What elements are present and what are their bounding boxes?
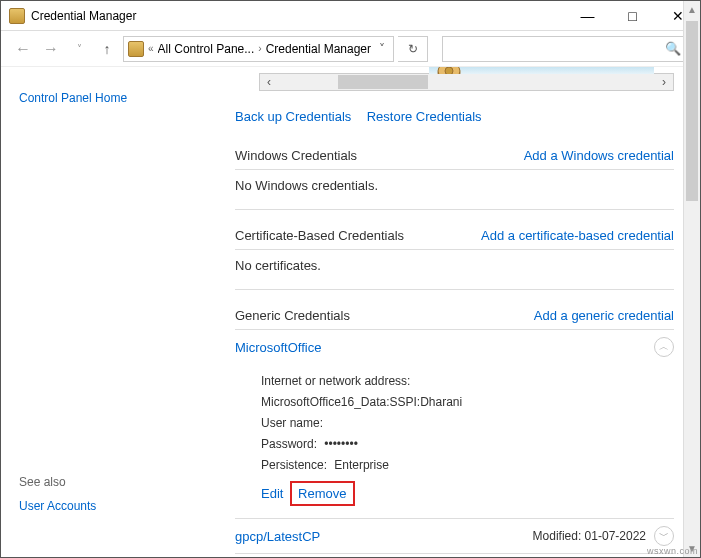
restore-credentials-link[interactable]: Restore Credentials bbox=[367, 109, 482, 124]
persistence-value: Enterprise bbox=[334, 458, 389, 472]
add-windows-credential-link[interactable]: Add a Windows credential bbox=[524, 148, 674, 163]
forward-button[interactable]: → bbox=[39, 37, 63, 61]
horizontal-scrollbar[interactable]: ‹ › bbox=[259, 73, 674, 91]
breadcrumb-item[interactable]: All Control Pane... bbox=[158, 42, 255, 56]
search-icon: 🔍 bbox=[665, 41, 681, 56]
breadcrumb-item[interactable]: Credential Manager bbox=[266, 42, 371, 56]
persistence-label: Persistence: bbox=[261, 458, 327, 472]
control-panel-home-link[interactable]: Control Panel Home bbox=[19, 91, 203, 105]
generic-credentials-title: Generic Credentials bbox=[235, 308, 350, 323]
windows-credentials-empty: No Windows credentials. bbox=[235, 170, 674, 210]
expand-button[interactable]: ﹀ bbox=[654, 526, 674, 546]
password-label: Password: bbox=[261, 437, 317, 451]
windows-credentials-title: Windows Credentials bbox=[235, 148, 357, 163]
breadcrumb[interactable]: « All Control Pane... › Credential Manag… bbox=[123, 36, 394, 62]
refresh-button[interactable]: ↻ bbox=[398, 36, 428, 62]
collapse-button[interactable]: ︿ bbox=[654, 337, 674, 357]
password-value: •••••••• bbox=[324, 437, 358, 451]
credential-name[interactable]: MicrosoftOffice bbox=[235, 340, 646, 355]
cert-credentials-title: Certificate-Based Credentials bbox=[235, 228, 404, 243]
folder-icon bbox=[128, 41, 144, 57]
modified-label: Modified: bbox=[533, 529, 582, 543]
breadcrumb-dropdown[interactable]: ˅ bbox=[375, 42, 389, 56]
edit-credential-link[interactable]: Edit bbox=[261, 486, 283, 501]
scroll-right-button[interactable]: › bbox=[655, 74, 673, 90]
up-button[interactable]: ↑ bbox=[95, 37, 119, 61]
window-title: Credential Manager bbox=[31, 9, 565, 23]
modified-value: 01-07-2022 bbox=[585, 529, 646, 543]
scroll-thumb[interactable] bbox=[686, 21, 698, 201]
search-input[interactable]: 🔍 bbox=[442, 36, 690, 62]
remove-credential-link[interactable]: Remove bbox=[298, 486, 346, 501]
username-label: User name: bbox=[261, 416, 323, 430]
credential-details: Internet or network address: MicrosoftOf… bbox=[235, 364, 674, 519]
vertical-scrollbar[interactable]: ▲ ▼ bbox=[683, 1, 700, 557]
see-also-label: See also bbox=[19, 475, 203, 489]
address-value: MicrosoftOffice16_Data:SSPI:Dharani bbox=[261, 395, 462, 409]
recent-dropdown[interactable]: ˅ bbox=[67, 37, 91, 61]
maximize-button[interactable]: □ bbox=[610, 1, 655, 30]
user-accounts-link[interactable]: User Accounts bbox=[19, 499, 203, 513]
add-generic-credential-link[interactable]: Add a generic credential bbox=[534, 308, 674, 323]
watermark: wsxwn.com bbox=[647, 546, 698, 556]
scroll-track[interactable] bbox=[278, 74, 655, 90]
credential-name[interactable]: gpcp/LatestCP bbox=[235, 529, 533, 544]
minimize-button[interactable]: — bbox=[565, 1, 610, 30]
cert-credentials-empty: No certificates. bbox=[235, 250, 674, 290]
address-label: Internet or network address: bbox=[261, 374, 410, 388]
app-icon bbox=[9, 8, 25, 24]
back-button[interactable]: ← bbox=[11, 37, 35, 61]
scroll-left-button[interactable]: ‹ bbox=[260, 74, 278, 90]
scroll-up-button[interactable]: ▲ bbox=[684, 1, 700, 18]
scroll-thumb[interactable] bbox=[338, 75, 428, 89]
chevron-left-icon: « bbox=[148, 43, 154, 54]
backup-credentials-link[interactable]: Back up Credentials bbox=[235, 109, 351, 124]
add-cert-credential-link[interactable]: Add a certificate-based credential bbox=[481, 228, 674, 243]
chevron-right-icon: › bbox=[258, 43, 261, 54]
